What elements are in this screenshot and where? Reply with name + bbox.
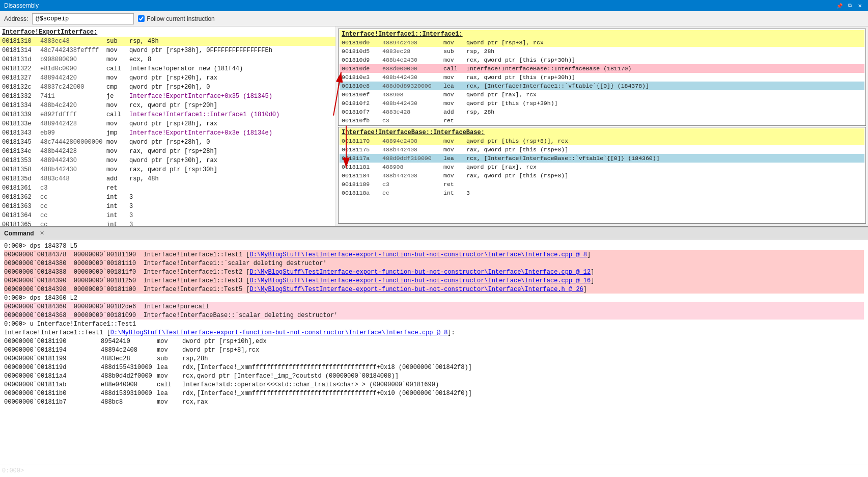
list-item: 00000000`00181190 89542410 mov dword ptr… [4, 337, 864, 346]
list-item: 00000000`00184388 00000000`001811f0 Inte… [4, 268, 864, 276]
float-button[interactable]: ⧉ [846, 2, 854, 10]
table-row[interactable]: 0018134e 488b442428 mov rax, qword ptr [… [0, 147, 335, 156]
follow-checkbox-input[interactable] [138, 15, 145, 22]
export-interface-header: Interface!ExportInterface: [0, 28, 335, 37]
table-row[interactable]: 001810ef 488908 mov qword ptr [rax], rcx [340, 90, 864, 99]
table-row[interactable]: 00181363 cc int 3 [0, 202, 335, 211]
table-row[interactable]: 0018135d 4883c448 add rsp, 48h [0, 174, 335, 183]
interface1-title: Interface!Interface1::Interface1: [340, 30, 864, 38]
table-row[interactable]: 00181322 e81d0c0000 call Interface!opera… [0, 64, 335, 73]
cmd-header-line: Interface!Interface1::Test1 [D:\MyBlogSt… [4, 328, 864, 337]
command-input[interactable] [24, 467, 866, 474]
list-item: 00000000`00184390 00000000`00181250 Inte… [4, 276, 864, 285]
command-input-bar: 0:000> [0, 464, 868, 477]
table-row[interactable]: 0018118a cc int 3 [340, 189, 864, 197]
list-item: 00000000`001811a4 488b0d4d2f0000 mov rcx… [4, 372, 864, 380]
command-output[interactable]: 0:000> dps 184378 L5 00000000`00184378 0… [0, 240, 868, 464]
table-row[interactable]: 001810e3 488b442430 mov rax, qword ptr [… [340, 73, 864, 82]
table-row[interactable]: 00181361 c3 ret [0, 183, 335, 193]
table-row[interactable]: 00181358 488b442430 mov rax, qword ptr [… [0, 165, 335, 174]
table-row[interactable]: 00181175 488b442408 mov rax, qword ptr [… [340, 145, 864, 154]
pin-button[interactable]: 📌 [835, 2, 844, 10]
follow-checkbox[interactable]: Follow current instruction [138, 15, 214, 22]
table-row[interactable]: 001810f2 488b442430 mov qword ptr [this … [340, 99, 864, 108]
interface1-panel: Interface!Interface1::Interface1: 001810… [338, 29, 866, 126]
table-row[interactable]: 00181364 cc int 3 [0, 211, 335, 220]
address-input[interactable] [32, 13, 134, 24]
table-row[interactable]: 00181170 48894c2408 mov qword ptr [this … [340, 137, 864, 145]
table-row[interactable]: 00181334 488b4c2420 mov rcx, qword ptr [… [0, 101, 335, 110]
table-row[interactable]: 00181345 48c74442800000000 mov qword ptr… [0, 138, 335, 147]
list-item: 00000000`00184368 00000000`00181090 Inte… [4, 311, 864, 320]
table-row[interactable]: 0018131d b908000000 mov ecx, 8 [0, 55, 335, 64]
table-row[interactable]: 00181362 cc int 3 [0, 193, 335, 202]
follow-checkbox-label: Follow current instruction [147, 15, 214, 22]
table-row[interactable]: 00181353 4889442430 mov qword ptr [rsp+3… [0, 156, 335, 165]
table-row[interactable]: 001810d9 488b4c2430 mov rcx, qword ptr [… [340, 56, 864, 64]
list-item: 00000000`001811b7 488bc8 mov rcx,rax [4, 398, 864, 406]
left-panel[interactable]: Interface!ExportInterface: 00181310 4883… [0, 26, 336, 226]
cmd-prompt-line: 0:000> dps 184378 L5 [4, 242, 864, 250]
cmd-prompt-line: 0:000> u Interface!Interface1::Test1 [4, 320, 864, 328]
cmd-prompt-text: 0:000> dps 184378 L5 [4, 243, 77, 250]
table-row[interactable]: 00181310 4883ec48 sub rsp, 48h [0, 37, 335, 46]
table-row[interactable]: 00181365 cc int 3 [0, 220, 335, 226]
list-item: 00000000`001811b0 488d1539310000 lea rdx… [4, 389, 864, 398]
list-item: 00000000`0018119d 488d1554310000 lea rdx… [4, 363, 864, 372]
table-row[interactable]: 00181189 c3 ret [340, 180, 864, 189]
table-row[interactable]: 001810f7 4883c428 add rsp, 28h [340, 108, 864, 116]
table-row[interactable]: 00181339 e892fdffff call Interface!Inter… [0, 110, 335, 119]
list-item: 00000000`00184378 00000000`00181190 Inte… [4, 250, 864, 259]
address-label: Address: [4, 15, 28, 22]
title-label: Disassembly [4, 2, 39, 9]
list-item: 00000000`00181199 4883ec28 sub rsp,28h [4, 354, 864, 363]
list-item: 00000000`001811ab e88e040000 call Interf… [4, 380, 864, 389]
right-panels: Interface!Interface1::Interface1: 001810… [336, 26, 868, 226]
title-controls: 📌 ⧉ ✕ [835, 2, 864, 10]
command-header: Command ✕ [0, 227, 868, 240]
input-prompt: 0:000> [2, 467, 24, 474]
command-panel: Command ✕ 0:000> dps 184378 L5 00000000`… [0, 226, 868, 477]
table-row[interactable]: 0018132c 48837c242000 cmp qword ptr [rsp… [0, 83, 335, 92]
command-tab[interactable]: Command [4, 230, 34, 237]
list-item: 00000000`00181194 48894c2408 mov dword p… [4, 346, 864, 354]
interfacebase-title: Interface!InterfaceBase::InterfaceBase: [340, 128, 864, 137]
table-row[interactable]: 00181184 488b442408 mov rax, qword ptr [… [340, 171, 864, 180]
table-row[interactable]: 0018133e 4889442428 mov qword ptr [rsp+2… [0, 119, 335, 128]
table-row[interactable]: 001810fc cc int 3 [340, 125, 864, 126]
table-row[interactable]: 001810d0 48894c2408 mov qword ptr [rsp+8… [340, 38, 864, 47]
table-row[interactable]: 0018117a 488d0ddf310000 lea rcx, [Interf… [340, 154, 864, 163]
table-row[interactable]: 001810de e88d000000 call Interface!Inter… [340, 64, 864, 73]
table-row[interactable]: 00181343 eb09 jmp Interface!ExportInterf… [0, 128, 335, 138]
table-row[interactable]: 001810e8 488d0d89320000 lea rcx, [Interf… [340, 82, 864, 90]
list-item: 00000000`00184380 00000000`00181110 Inte… [4, 259, 864, 268]
table-row[interactable]: 00181314 48c7442438feffff mov qword ptr … [0, 46, 335, 55]
table-row[interactable]: 001810fb c3 ret [340, 116, 864, 125]
disasm-area: Interface!ExportInterface: 00181310 4883… [0, 26, 868, 226]
command-close-button[interactable]: ✕ [38, 229, 46, 237]
address-bar: Address: Follow current instruction [0, 11, 868, 26]
interfacebase-panel: Interface!InterfaceBase::InterfaceBase: … [338, 127, 866, 224]
close-button[interactable]: ✕ [856, 2, 864, 10]
title-bar: Disassembly 📌 ⧉ ✕ [0, 0, 868, 11]
table-row[interactable]: 00181327 4889442420 mov qword ptr [rsp+2… [0, 73, 335, 83]
table-row[interactable]: 00181181 488908 mov qword ptr [rax], rcx [340, 163, 864, 171]
table-row[interactable]: 00181332 7411 je Interface!ExportInterfa… [0, 92, 335, 101]
list-item: 00000000`00184360 00000000`00182de6 Inte… [4, 302, 864, 311]
table-row[interactable]: 001810d5 4883ec28 sub rsp, 28h [340, 47, 864, 56]
list-item: 00000000`00184398 00000000`00181100 Inte… [4, 285, 864, 294]
cmd-prompt-line: 0:000> dps 184360 L2 [4, 294, 864, 302]
